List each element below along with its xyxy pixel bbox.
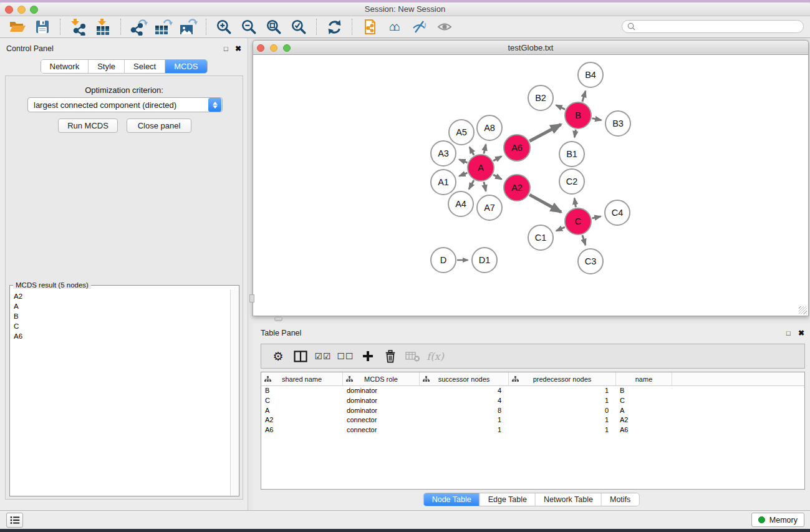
show-all-networks-button[interactable]: ⌂⌂: [384, 17, 405, 36]
mcds-result-item[interactable]: A2: [11, 291, 230, 301]
table-settings-button[interactable]: ⚙: [269, 347, 287, 365]
graph-edge-A-A8[interactable]: [484, 145, 486, 154]
graph-edge-A2-C[interactable]: [529, 195, 561, 212]
table-cell[interactable]: 4: [420, 396, 509, 406]
splitter-handle[interactable]: [249, 294, 254, 302]
run-mcds-button[interactable]: Run MCDS: [58, 118, 118, 133]
export-network-button[interactable]: [128, 17, 149, 36]
optimization-criterion-select[interactable]: largest connected component (directed): [27, 97, 223, 112]
graph-edge-C-C2[interactable]: [574, 198, 576, 207]
tab-network[interactable]: Network: [41, 60, 88, 73]
mcds-result-item[interactable]: A6: [11, 331, 230, 341]
select-all-columns-button[interactable]: ☑☑: [314, 347, 332, 365]
table-cell[interactable]: A6: [261, 425, 343, 435]
zoom-in-button[interactable]: [213, 17, 234, 36]
table-cell[interactable]: 4: [420, 386, 509, 396]
graph-edge-C-C3[interactable]: [582, 235, 586, 245]
search-field[interactable]: [622, 20, 804, 33]
export-table-button[interactable]: [153, 17, 174, 36]
column-header-shared-name[interactable]: shared name: [261, 372, 343, 385]
mcds-result-item[interactable]: C: [11, 321, 230, 331]
graph-edge-A-A1[interactable]: [459, 173, 467, 176]
table-cell[interactable]: dominator: [343, 386, 420, 396]
close-panel-icon[interactable]: ✖: [235, 45, 241, 52]
table-cell[interactable]: dominator: [343, 396, 420, 406]
graph-edge-A-A7[interactable]: [484, 182, 486, 191]
toggle-graphics-details-button[interactable]: [409, 17, 430, 36]
table-row[interactable]: Adominator80A: [261, 406, 804, 416]
save-session-button[interactable]: [32, 17, 53, 36]
tab-mcds[interactable]: MCDS: [165, 60, 206, 73]
memory-button[interactable]: Memory: [751, 513, 804, 527]
tab-select[interactable]: Select: [124, 60, 165, 73]
network-graph[interactable]: B4B2BB3A5A8A6A3B1AA1C2A2A4A7C4CC1DD1C3: [253, 55, 808, 315]
graph-edge-B-B3[interactable]: [592, 118, 602, 120]
export-image-button[interactable]: [178, 17, 199, 36]
mcds-list-scrollbar[interactable]: [230, 290, 238, 495]
tab-style[interactable]: Style: [88, 60, 124, 73]
zoom-out-button[interactable]: [238, 17, 259, 36]
search-input[interactable]: [639, 22, 798, 31]
graph-edge-A-A5[interactable]: [470, 147, 474, 155]
delete-column-button[interactable]: [381, 347, 400, 365]
tab-node-table[interactable]: Node Table: [424, 493, 480, 506]
create-column-button[interactable]: [359, 347, 377, 365]
window-minimize-button[interactable]: [17, 6, 26, 14]
zoom-selected-button[interactable]: [288, 17, 309, 36]
graph-edge-A-A2[interactable]: [493, 175, 501, 179]
column-header-predecessor-nodes[interactable]: predecessor nodes: [509, 372, 616, 385]
network-zoom-button[interactable]: [283, 44, 291, 52]
graph-edge-A-A6[interactable]: [493, 157, 501, 161]
table-row[interactable]: Cdominator41C: [261, 396, 804, 406]
resize-grip-icon[interactable]: [799, 306, 807, 314]
zoom-fit-button[interactable]: [263, 17, 284, 36]
table-cell[interactable]: 1: [509, 386, 616, 396]
toggle-column-display-button[interactable]: [291, 347, 310, 365]
task-history-button[interactable]: [6, 513, 23, 528]
graph-edge-A6-B[interactable]: [529, 125, 561, 142]
open-session-button[interactable]: [7, 17, 28, 36]
table-cell[interactable]: 1: [420, 415, 509, 425]
graph-edge-C-C4[interactable]: [592, 216, 601, 218]
import-table-button[interactable]: [92, 17, 113, 36]
float-panel-icon[interactable]: □: [786, 329, 791, 337]
network-minimize-button[interactable]: [270, 44, 277, 52]
network-close-button[interactable]: [257, 44, 264, 52]
window-close-button[interactable]: [5, 6, 13, 14]
network-window-titlebar[interactable]: testGlobe.txt: [253, 40, 809, 55]
table-cell[interactable]: A2: [616, 415, 672, 425]
table-cell[interactable]: C: [261, 396, 343, 406]
tab-network-table[interactable]: Network Table: [535, 493, 601, 506]
float-panel-icon[interactable]: □: [224, 45, 228, 52]
app-titlebar[interactable]: Session: New Session: [0, 2, 810, 16]
refresh-button[interactable]: [324, 17, 345, 36]
table-cell[interactable]: 1: [509, 425, 616, 435]
table-cell[interactable]: 1: [420, 425, 509, 435]
table-cell[interactable]: connector: [343, 415, 420, 425]
show-hide-button[interactable]: [434, 17, 455, 36]
graph-edge-A-A4[interactable]: [469, 180, 474, 189]
mcds-result-item[interactable]: A: [11, 301, 230, 311]
close-panel-button[interactable]: Close panel: [127, 118, 191, 133]
table-cell[interactable]: A: [616, 406, 672, 416]
table-cell[interactable]: B: [616, 386, 672, 396]
table-row[interactable]: A6connector11A6: [261, 425, 804, 435]
window-zoom-button[interactable]: [30, 6, 38, 14]
table-cell[interactable]: A: [261, 406, 343, 416]
graph-edge-B-B4[interactable]: [582, 91, 586, 102]
table-cell[interactable]: dominator: [343, 406, 420, 416]
graph-edge-C-C1[interactable]: [556, 227, 565, 231]
table-cell[interactable]: 1: [509, 396, 616, 406]
table-cell[interactable]: 1: [509, 415, 616, 425]
column-header-successor-nodes[interactable]: successor nodes: [420, 372, 509, 385]
table-cell[interactable]: connector: [343, 425, 420, 435]
table-cell[interactable]: 8: [420, 406, 509, 416]
close-panel-icon[interactable]: ✖: [798, 329, 804, 337]
function-builder-button[interactable]: f(x): [426, 347, 445, 365]
mcds-result-list[interactable]: A2ABCA6: [11, 290, 230, 495]
new-network-from-selection-button[interactable]: [359, 17, 380, 36]
delete-table-button[interactable]: [403, 347, 422, 365]
table-cell[interactable]: A2: [261, 415, 343, 425]
table-row[interactable]: Bdominator41B: [261, 386, 804, 396]
network-canvas[interactable]: B4B2BB3A5A8A6A3B1AA1C2A2A4A7C4CC1DD1C3: [253, 55, 809, 316]
